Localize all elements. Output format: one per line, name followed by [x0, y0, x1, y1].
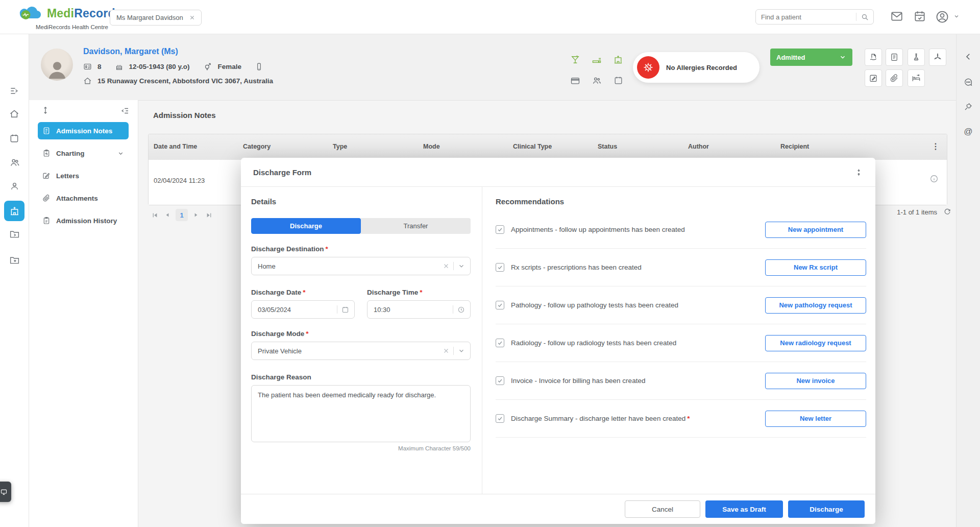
discharge-summary-checkbox[interactable] [496, 414, 504, 423]
refresh-icon[interactable] [943, 208, 951, 216]
discharge-mode-select[interactable]: Private Vehicle [251, 342, 471, 360]
patient-avatar[interactable] [41, 49, 73, 81]
col-date-and-time[interactable]: Date and Time [154, 143, 197, 150]
current-page[interactable]: 1 [176, 209, 188, 221]
new-pathology-icon-button[interactable] [908, 49, 925, 66]
folder-add-icon[interactable] [4, 250, 24, 270]
smoking-icon[interactable] [586, 49, 607, 70]
gender-icon [203, 62, 212, 71]
discharge-date-input[interactable]: 03/05/2024 [251, 300, 355, 319]
collapse-sidebar-icon[interactable] [120, 106, 130, 115]
payment-card-icon[interactable] [565, 70, 586, 91]
mentions-at-icon[interactable]: @ [964, 127, 972, 137]
chat-icon[interactable] [964, 78, 973, 87]
row-info-icon[interactable] [929, 174, 939, 183]
collapse-modal-icon[interactable] [854, 168, 863, 177]
tab-transfer[interactable]: Transfer [361, 218, 471, 234]
clear-icon[interactable] [443, 348, 449, 354]
calendar-icon[interactable] [4, 128, 24, 149]
search-input[interactable] [756, 13, 856, 21]
col-mode[interactable]: Mode [423, 143, 440, 150]
new-rx-script-button[interactable]: New Rx script [765, 259, 866, 276]
table-menu-kebab-icon[interactable]: ⋮ [932, 141, 940, 151]
prev-page-button[interactable] [163, 210, 172, 220]
new-clinical-note-icon-button[interactable] [865, 69, 882, 87]
sidebar-item-admission-notes[interactable]: Admission Notes [38, 122, 129, 139]
save-as-draft-button[interactable]: Save as Draft [705, 500, 783, 518]
allergy-status-text: No Allergies Recorded [666, 64, 737, 71]
hospital-module-icon[interactable] [4, 201, 24, 221]
pathology-checkbox[interactable] [496, 301, 504, 309]
cancel-button[interactable]: Cancel [625, 500, 700, 518]
new-rx-script-icon-button[interactable] [865, 49, 882, 66]
invoice-checkbox[interactable] [496, 376, 504, 385]
floating-device-widget[interactable] [0, 482, 11, 502]
calendar-icon[interactable] [341, 306, 349, 314]
allergy-status-pill[interactable]: No Allergies Recorded [633, 52, 760, 83]
modal-body: Details Discharge Transfer Discharge Des… [241, 187, 875, 494]
collapse-panel-chevron-left-icon[interactable] [964, 52, 973, 61]
patient-tab[interactable]: Ms Margaret Davidson [110, 10, 202, 26]
chevron-down-icon[interactable] [458, 262, 465, 270]
new-pathology-request-button[interactable]: New pathology request [765, 297, 866, 314]
chart-clipboard-icon [42, 149, 51, 157]
account-avatar-icon[interactable] [935, 10, 949, 24]
sidebar-item-charting[interactable]: Charting [38, 145, 129, 162]
tab-discharge[interactable]: Discharge [251, 218, 361, 234]
sidebar-item-admission-history[interactable]: Admission History [38, 212, 129, 229]
col-type[interactable]: Type [333, 143, 347, 150]
new-radiology-request-button[interactable]: New radiology request [765, 335, 866, 351]
alcohol-icon[interactable] [565, 49, 586, 70]
sidebar-item-letters[interactable]: Letters [38, 167, 129, 184]
contacts-icon[interactable] [4, 176, 24, 196]
schedule-icon[interactable] [607, 70, 629, 91]
col-author[interactable]: Author [688, 143, 709, 150]
hospital-visit-icon[interactable] [607, 49, 629, 70]
folder-icon[interactable] [4, 224, 24, 244]
monitor-icon [0, 488, 8, 496]
appointments-checkbox[interactable] [496, 225, 504, 234]
radiology-checkbox[interactable] [496, 339, 504, 347]
rx-scripts-checkbox[interactable] [496, 263, 504, 272]
col-recipient[interactable]: Recipient [780, 143, 809, 150]
discharge-destination-select[interactable]: Home [251, 257, 471, 275]
new-appointment-button[interactable]: New appointment [765, 222, 866, 238]
attachments-icon-button[interactable] [886, 69, 903, 87]
patient-tab-close-icon[interactable] [189, 15, 195, 20]
new-letter-icon-button[interactable] [886, 49, 903, 66]
reorder-icon[interactable] [41, 106, 50, 115]
col-status[interactable]: Status [598, 143, 617, 150]
mode-value: Private Vehicle [258, 347, 443, 355]
discharge-reason-textarea[interactable]: The patient has been deemed medically re… [251, 385, 471, 442]
bed-discharge-icon-button[interactable] [908, 69, 925, 87]
col-category[interactable]: Category [243, 143, 271, 150]
discharge-button[interactable]: Discharge [788, 500, 865, 518]
first-page-button[interactable] [150, 210, 159, 220]
discharge-time-input[interactable]: 10:30 [367, 300, 471, 319]
clear-icon[interactable] [443, 263, 449, 269]
account-chevron-down-icon[interactable] [953, 13, 960, 19]
recommendations-heading: Recommendations [496, 197, 866, 206]
recommendations-pane: Recommendations Appointments - follow up… [482, 187, 875, 494]
home-icon[interactable] [4, 104, 24, 124]
clock-icon[interactable] [457, 306, 465, 314]
chevron-down-icon[interactable] [458, 347, 465, 354]
last-page-button[interactable] [204, 210, 213, 220]
pin-icon[interactable] [964, 102, 973, 111]
admission-status-dropdown[interactable]: Admitted [770, 49, 852, 66]
family-icon[interactable] [586, 70, 607, 91]
expand-menu-icon[interactable] [4, 81, 24, 101]
col-clinical-type[interactable]: Clinical Type [513, 143, 552, 150]
new-radiology-icon-button[interactable] [929, 49, 946, 66]
admission-status-label: Admitted [776, 54, 805, 61]
search-icon[interactable] [856, 13, 873, 21]
sidebar-item-attachments[interactable]: Attachments [38, 189, 129, 207]
patient-name-link[interactable]: Davidson, Margaret (Ms) [83, 47, 178, 56]
next-page-button[interactable] [191, 210, 201, 220]
patient-group-icon[interactable] [4, 152, 24, 173]
new-letter-button[interactable]: New letter [765, 411, 866, 427]
new-invoice-button[interactable]: New invoice [765, 373, 866, 389]
mail-icon[interactable] [890, 10, 903, 23]
calendar-check-icon[interactable] [913, 10, 926, 23]
recommendations-list: Appointments - follow up appointments ha… [496, 211, 866, 438]
